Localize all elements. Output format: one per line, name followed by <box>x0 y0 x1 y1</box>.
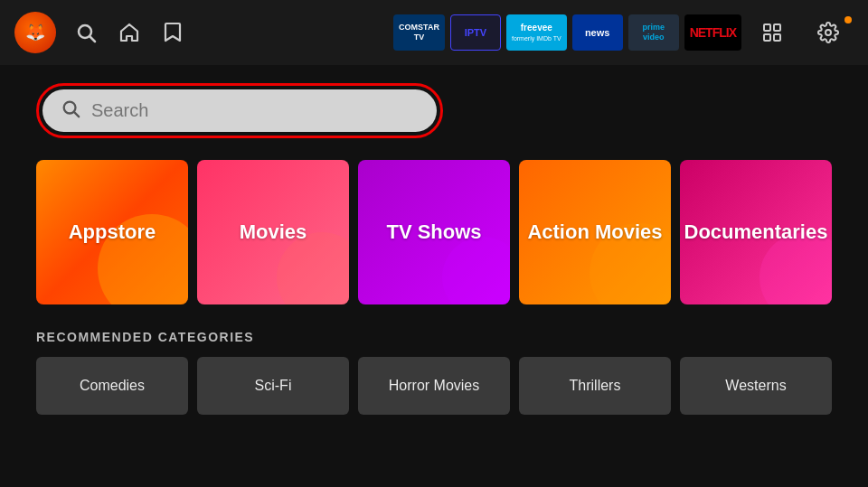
recommended-section: RECOMMENDED CATEGORIES Comedies Sci-Fi H… <box>36 330 832 415</box>
search-icon <box>61 98 80 123</box>
settings-notification-dot <box>844 16 852 23</box>
search-nav-icon[interactable] <box>72 19 99 46</box>
settings-icon[interactable] <box>803 14 854 51</box>
search-input[interactable] <box>91 100 419 121</box>
grid-icon[interactable] <box>747 14 797 51</box>
tile-documentaries[interactable]: Documentaries <box>680 160 832 304</box>
svg-rect-4 <box>764 34 770 41</box>
svg-line-1 <box>90 37 96 42</box>
svg-point-6 <box>826 30 831 35</box>
main-content: Appstore Movies TV Shows Action Movies D… <box>0 65 868 433</box>
rec-tile-westerns-label: Westerns <box>725 378 786 394</box>
svg-rect-3 <box>774 24 780 31</box>
channel-iptv[interactable]: IPTV <box>450 14 501 51</box>
svg-rect-2 <box>764 24 770 31</box>
rec-tile-thrillers[interactable]: Thrillers <box>519 357 671 415</box>
svg-rect-5 <box>774 34 780 41</box>
channel-comstar[interactable]: COMSTARTV <box>393 14 445 51</box>
header-right: COMSTARTV IPTV freeveeformerly IMDb TV n… <box>393 14 854 51</box>
svg-line-8 <box>74 112 79 117</box>
rec-tile-scifi[interactable]: Sci-Fi <box>197 357 349 415</box>
header-left: 🦊 <box>14 12 186 53</box>
search-container[interactable] <box>36 83 443 138</box>
rec-tile-comedies-label: Comedies <box>80 378 145 394</box>
tile-action-movies[interactable]: Action Movies <box>519 160 671 304</box>
channel-iptv-label: IPTV <box>465 27 486 38</box>
recommended-tiles: Comedies Sci-Fi Horror Movies Thrillers … <box>36 357 832 415</box>
tile-movies-label: Movies <box>240 220 307 244</box>
tile-appstore-label: Appstore <box>69 220 156 244</box>
tile-tvshows-label: TV Shows <box>386 220 481 244</box>
bookmark-icon[interactable] <box>159 19 186 46</box>
rec-tile-westerns[interactable]: Westerns <box>680 357 832 415</box>
tile-docs-label: Documentaries <box>684 220 828 244</box>
channel-freevee[interactable]: freeveeformerly IMDb TV <box>506 14 567 51</box>
channel-freevee-label: freeveeformerly IMDb TV <box>512 23 561 42</box>
category-tiles: Appstore Movies TV Shows Action Movies D… <box>36 160 832 304</box>
channel-prime[interactable]: primevideo <box>628 14 679 51</box>
channel-news[interactable]: news <box>572 14 623 51</box>
tile-tvshows[interactable]: TV Shows <box>358 160 510 304</box>
avatar[interactable]: 🦊 <box>14 12 56 53</box>
channel-comstar-label: COMSTARTV <box>399 23 439 42</box>
header: 🦊 COMSTARTV IPTV freeveeformerly IMDb T <box>0 0 868 65</box>
channel-netflix-label: NETFLIX <box>690 25 736 40</box>
tile-movies[interactable]: Movies <box>197 160 349 304</box>
channel-prime-label: primevideo <box>642 23 665 42</box>
channel-netflix[interactable]: NETFLIX <box>684 14 741 51</box>
rec-tile-horror[interactable]: Horror Movies <box>358 357 510 415</box>
recommended-title: RECOMMENDED CATEGORIES <box>36 330 832 344</box>
tile-appstore[interactable]: Appstore <box>36 160 188 304</box>
rec-tile-horror-label: Horror Movies <box>389 378 479 394</box>
search-bar[interactable] <box>42 89 437 132</box>
rec-tile-comedies[interactable]: Comedies <box>36 357 188 415</box>
home-icon[interactable] <box>116 19 143 46</box>
rec-tile-scifi-label: Sci-Fi <box>255 378 292 394</box>
rec-tile-thrillers-label: Thrillers <box>570 378 621 394</box>
tile-action-label: Action Movies <box>527 220 662 244</box>
channel-news-label: news <box>585 27 610 38</box>
